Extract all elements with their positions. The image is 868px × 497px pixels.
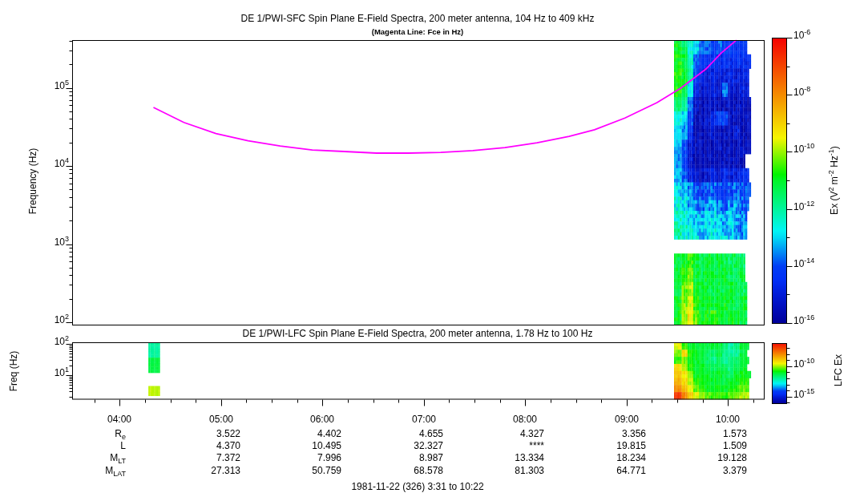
time-tick-label: 06:00 <box>298 414 346 425</box>
sfc-title: DE 1/PWI-SFC Spin Plane E-Field Spectra,… <box>57 13 778 24</box>
sfc-colorbar-tick-label: 10-12 <box>793 201 814 212</box>
sfc-ytick-label: 105 <box>33 80 69 91</box>
ephemeris-value: 81.303 <box>488 465 544 476</box>
ephemeris-value: 3.522 <box>184 428 240 439</box>
lfc-colorbar-tick-label: 10-15 <box>793 389 814 400</box>
ephemeris-value: 8.987 <box>387 452 443 463</box>
ephemeris-value: 13.334 <box>488 452 544 463</box>
ephemeris-value: **** <box>488 440 544 451</box>
ephemeris-value: 19.815 <box>590 440 646 451</box>
ephemeris-value: 4.327 <box>488 428 544 439</box>
sfc-colorbar-tick-label: 10-16 <box>793 315 814 326</box>
ephemeris-value: 4.655 <box>387 428 443 439</box>
ephemeris-value: 18.234 <box>590 452 646 463</box>
ephemeris-row-label: Re <box>78 428 126 439</box>
lfc-ytick-label: 102 <box>33 336 69 347</box>
spectra-figure: DE 1/PWI-SFC Spin Plane E-Field Spectra,… <box>0 0 868 497</box>
sfc-colorbar-tick-label: 10-10 <box>793 143 814 155</box>
ephemeris-value: 3.379 <box>691 465 747 476</box>
sfc-ytick-label: 102 <box>33 314 69 325</box>
sfc-ylabel: Frequency (Hz) <box>27 133 38 229</box>
lfc-colorbar-tick-label: 10-10 <box>793 358 814 370</box>
caption: 1981-11-22 (326) 3:31 to 10:22 <box>257 481 578 492</box>
lfc-ylabel: Freq (Hz) <box>8 343 19 399</box>
ephemeris-value: 19.128 <box>691 452 747 463</box>
ephemeris-value: 27.313 <box>184 465 240 476</box>
sfc-colorbar-tick-label: 10-14 <box>793 258 814 269</box>
ephemeris-value: 50.759 <box>285 465 341 476</box>
time-tick-label: 07:00 <box>400 414 448 425</box>
ephemeris-value: 32.327 <box>387 440 443 451</box>
sfc-colorbar-tick-label: 10-6 <box>793 30 810 41</box>
ephemeris-value: 7.996 <box>285 452 341 463</box>
time-tick-label: 09:00 <box>603 414 651 425</box>
ephemeris-value: 10.495 <box>285 440 341 451</box>
lfc-ytick-label: 101 <box>33 367 69 378</box>
ephemeris-value: 4.370 <box>184 440 240 451</box>
ephemeris-row-label: MLAT <box>78 465 126 476</box>
ephemeris-value: 7.372 <box>184 452 240 463</box>
time-tick-label: 04:00 <box>95 414 143 425</box>
sfc-colorbar-label: Ex (V2 m-2 Hz-1) <box>829 128 840 232</box>
time-tick-label: 10:00 <box>704 414 752 425</box>
ephemeris-value: 1.509 <box>691 440 747 451</box>
lfc-colorbar-label: LFC Ex <box>833 346 844 394</box>
ephemeris-value: 64.771 <box>590 465 646 476</box>
ephemeris-value: 1.573 <box>691 428 747 439</box>
time-tick-label: 05:00 <box>197 414 245 425</box>
ephemeris-value: 4.402 <box>285 428 341 439</box>
sfc-ytick-label: 103 <box>33 236 69 248</box>
ephemeris-row-label: MLT <box>78 452 126 463</box>
ephemeris-row-label: L <box>78 440 126 451</box>
ephemeris-value: 3.356 <box>590 428 646 439</box>
sfc-subtitle: (Magenta Line: Fce in Hz) <box>57 26 778 38</box>
time-tick-label: 08:00 <box>501 414 549 425</box>
ephemeris-value: 68.578 <box>387 465 443 476</box>
sfc-ytick-label: 104 <box>33 158 69 169</box>
lfc-title: DE 1/PWI-LFC Spin Plane E-Field Spectra,… <box>57 328 778 339</box>
sfc-colorbar-tick-label: 10-8 <box>793 87 810 98</box>
